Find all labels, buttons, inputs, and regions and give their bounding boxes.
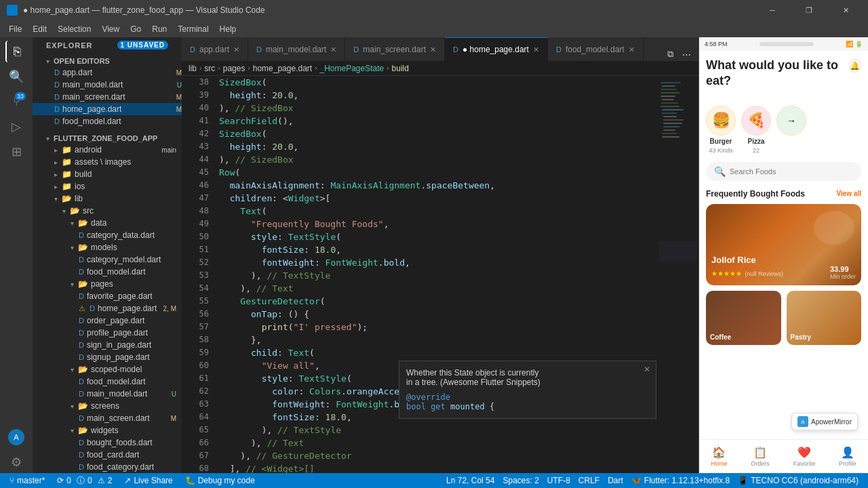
minimize-button[interactable]: ─ bbox=[757, 0, 788, 20]
tab-close-icon[interactable]: ✕ bbox=[629, 45, 635, 54]
folder-screens[interactable]: ▾ 📂 screens bbox=[33, 400, 182, 412]
tab-app-dart[interactable]: D app.dart ✕ bbox=[182, 37, 248, 61]
status-sync[interactable]: ⟳ 0 ⓘ 0 ⚠ 2 bbox=[54, 475, 115, 487]
file-food-category[interactable]: D food_category.dart bbox=[33, 461, 182, 473]
file-scoped-main-model[interactable]: D main_model.dart U bbox=[33, 388, 182, 400]
folder-lib[interactable]: ▾ 📂 lib bbox=[33, 192, 182, 205]
open-editor-app-dart[interactable]: D app.dart M bbox=[33, 66, 182, 79]
tab-close-icon[interactable]: ✕ bbox=[233, 45, 239, 54]
file-food-model[interactable]: D food_model.dart bbox=[33, 266, 182, 278]
nav-orders[interactable]: 📋 Orders bbox=[751, 446, 770, 467]
restore-button[interactable]: ❐ bbox=[793, 0, 825, 20]
file-profile-page[interactable]: D profile_page.dart bbox=[33, 327, 182, 339]
open-editors-header[interactable]: ▾ OPEN EDITORS bbox=[33, 56, 182, 66]
breadcrumb-pages[interactable]: pages bbox=[223, 64, 245, 73]
open-editor-food-model[interactable]: D food_model.dart bbox=[33, 115, 182, 127]
folder-scoped-model[interactable]: ▾ 📂 scoped-model bbox=[33, 363, 182, 375]
menu-view[interactable]: View bbox=[96, 23, 125, 35]
menu-help[interactable]: Help bbox=[214, 23, 242, 35]
activity-debug[interactable]: ▷ bbox=[5, 116, 27, 138]
food-category-burger[interactable]: 🍔 Burger 43 Kinds bbox=[706, 106, 736, 154]
file-signup[interactable]: D signup_page.dart bbox=[33, 351, 182, 363]
status-position[interactable]: Ln 72, Col 54 bbox=[443, 476, 497, 485]
folder-assets[interactable]: ▸ 📁 assets \ images bbox=[33, 156, 182, 168]
tab-close-icon[interactable]: ✕ bbox=[533, 45, 539, 54]
small-food-card-1[interactable]: Coffee bbox=[706, 291, 781, 345]
status-encoding[interactable]: UTF-8 bbox=[545, 476, 573, 485]
notification-bell-icon[interactable]: 🔔 bbox=[849, 59, 861, 73]
file-food-card[interactable]: D food_card.dart bbox=[33, 449, 182, 461]
tab-food-model[interactable]: D food_model.dart ✕ bbox=[548, 37, 644, 61]
tab-close-icon[interactable]: ✕ bbox=[330, 45, 336, 54]
tab-home-page[interactable]: D ● home_page.dart ✕ bbox=[445, 37, 548, 61]
status-branch[interactable]: ⑂ master* bbox=[7, 476, 47, 485]
open-editor-main-model[interactable]: D main_model.dart U bbox=[33, 79, 182, 91]
file-home-page[interactable]: ⚠ D home_page.dart 2, M bbox=[33, 302, 182, 314]
menu-run[interactable]: Run bbox=[146, 23, 172, 35]
menu-terminal[interactable]: Terminal bbox=[172, 23, 214, 35]
folder-android[interactable]: ▸ 📁 android main bbox=[33, 144, 182, 156]
file-category-model[interactable]: D category_model.dart bbox=[33, 253, 182, 266]
menu-file[interactable]: File bbox=[3, 23, 27, 35]
view-all-button[interactable]: View all bbox=[836, 190, 861, 197]
file-scoped-food-model[interactable]: D food_model.dart bbox=[33, 375, 182, 388]
search-input[interactable] bbox=[730, 167, 853, 176]
status-live-share[interactable]: ↗ Live Share bbox=[121, 476, 175, 485]
tooltip-close-icon[interactable]: ✕ bbox=[644, 365, 650, 374]
breadcrumb-lib[interactable]: lib bbox=[189, 64, 197, 73]
breadcrumb-file[interactable]: home_page.dart bbox=[253, 64, 312, 73]
open-editor-home-page[interactable]: D home_page.dart M bbox=[33, 103, 182, 115]
activity-explorer[interactable]: ⎘ bbox=[5, 41, 27, 62]
apowermirror-widget[interactable]: A ApowerMirror bbox=[791, 413, 858, 430]
status-language[interactable]: Dart bbox=[605, 476, 626, 485]
file-favorite-page[interactable]: D favorite_page.dart bbox=[33, 290, 182, 302]
nav-favorite[interactable]: ❤️ Favorite bbox=[793, 446, 816, 467]
open-editor-main-screen[interactable]: D main_screen.dart M bbox=[33, 91, 182, 103]
folder-src[interactable]: ▾ 📂 src bbox=[33, 205, 182, 217]
menu-edit[interactable]: Edit bbox=[27, 23, 52, 35]
status-spaces[interactable]: Spaces: 2 bbox=[500, 476, 541, 485]
tab-close-icon[interactable]: ✕ bbox=[430, 45, 436, 54]
breadcrumb-class[interactable]: _HomePageState bbox=[320, 64, 384, 73]
project-header[interactable]: ▾ FLUTTER_ZONE_FOOD_APP bbox=[33, 133, 182, 144]
breadcrumb-method[interactable]: build bbox=[392, 64, 409, 73]
folder-ios[interactable]: ▸ 📁 ios bbox=[33, 180, 182, 192]
file-bought-foods[interactable]: D bought_foods.dart bbox=[33, 436, 182, 449]
featured-food-card[interactable]: Jollof Rice ★★★★★ (null Reviews) 33.99 M… bbox=[706, 204, 861, 285]
tab-main-model[interactable]: D main_model.dart ✕ bbox=[248, 37, 345, 61]
folder-models[interactable]: ▾ 📂 models bbox=[33, 241, 182, 253]
split-editor-button[interactable]: ⧉ bbox=[663, 47, 677, 61]
breadcrumb-src[interactable]: src bbox=[204, 64, 215, 73]
small-food-card-2[interactable]: Pastry bbox=[787, 291, 862, 345]
nav-home[interactable]: 🏠 Home bbox=[711, 446, 727, 467]
food-category-pizza[interactable]: 🍕 Pizza 22 bbox=[741, 106, 771, 154]
status-flutter-sdk[interactable]: 🦋 Flutter: 1.12.13+hotfix.8 bbox=[629, 476, 732, 485]
activity-avatar[interactable]: A bbox=[5, 426, 27, 448]
folder-data[interactable]: ▾ 📂 data bbox=[33, 217, 182, 229]
activity-extensions[interactable]: ⊞ bbox=[5, 141, 27, 163]
food-category-more[interactable]: → bbox=[776, 106, 806, 154]
breadcrumb: lib › src › pages › home_page.dart › _Ho… bbox=[182, 61, 698, 76]
tab-main-screen[interactable]: D main_screen.dart ✕ bbox=[345, 37, 445, 61]
status-device[interactable]: 📱 TECNO CC6 (android-arm64) bbox=[735, 476, 861, 485]
status-debug[interactable]: 🐛 Debug my code bbox=[182, 476, 258, 485]
file-order-page[interactable]: D order_page.dart bbox=[33, 314, 182, 327]
activity-search[interactable]: 🔍 bbox=[5, 66, 27, 87]
dart-file-icon: D bbox=[54, 81, 60, 89]
more-actions-button[interactable]: ⋯ bbox=[679, 47, 693, 61]
file-category-data[interactable]: D category_data.dart bbox=[33, 229, 182, 241]
activity-settings[interactable]: ⚙ bbox=[5, 451, 27, 473]
nav-profile[interactable]: 👤 Profile bbox=[839, 446, 856, 467]
activity-source-control[interactable]: ⑂ 33 bbox=[5, 91, 27, 113]
close-button[interactable]: ✕ bbox=[830, 0, 861, 20]
file-main-screen[interactable]: D main_screen.dart M bbox=[33, 412, 182, 424]
menu-go[interactable]: Go bbox=[125, 23, 146, 35]
folder-pages[interactable]: ▾ 📂 pages bbox=[33, 278, 182, 290]
file-sign-in[interactable]: D sign_in_page.dart bbox=[33, 339, 182, 351]
status-line-ending[interactable]: CRLF bbox=[576, 476, 602, 485]
folder-build[interactable]: ▸ 📁 build bbox=[33, 168, 182, 180]
burger-name: Burger bbox=[710, 138, 732, 145]
folder-widgets[interactable]: ▾ 📂 widgets bbox=[33, 424, 182, 436]
menu-selection[interactable]: Selection bbox=[52, 23, 96, 35]
sidebar-explorer-header[interactable]: EXPLORER 1 UNSAVED bbox=[33, 37, 182, 53]
